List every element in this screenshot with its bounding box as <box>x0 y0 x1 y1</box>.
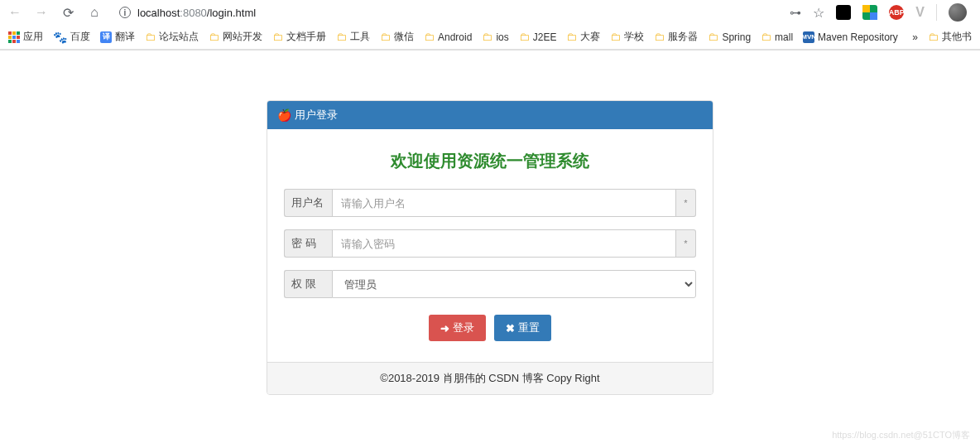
role-row: 权 限 管理员 <box>284 270 696 298</box>
role-label: 权 限 <box>284 270 332 298</box>
toolbar-divider <box>936 4 937 21</box>
browser-chrome: ← → ⟳ ⌂ i localhost:8080/login.html ⊶ ☆ … <box>0 0 980 51</box>
username-row: 用户名 * <box>284 189 696 217</box>
forum-bookmark[interactable]: 🗀论坛站点 <box>145 30 199 44</box>
reload-button[interactable]: ⟳ <box>60 5 76 21</box>
folder-icon: 🗀 <box>610 31 621 43</box>
j2ee-bookmark[interactable]: 🗀J2EE <box>519 31 557 43</box>
vue-devtools-icon[interactable]: V <box>915 5 925 20</box>
welcome-title: 欢迎使用资源统一管理系统 <box>284 150 696 172</box>
maven-bookmark[interactable]: MVNMaven Repository <box>803 31 898 43</box>
site-info-icon[interactable]: i <box>119 7 131 18</box>
webdev-bookmark[interactable]: 🗀网站开发 <box>209 30 262 44</box>
panel-header: 🍎 用户登录 <box>267 101 713 129</box>
panel-footer: ©2018-2019 肖朋伟的 CSDN 博客 Copy Right <box>267 362 713 394</box>
docs-bookmark[interactable]: 🗀文档手册 <box>272 30 326 44</box>
translate-bookmark[interactable]: 译 翻译 <box>100 30 135 44</box>
username-input[interactable] <box>332 189 676 217</box>
maven-icon: MVN <box>803 31 814 43</box>
reset-icon: ✖ <box>506 322 515 335</box>
toolbar-right: ⊶ ☆ ABP V <box>790 3 973 22</box>
panel-title: 用户登录 <box>295 108 338 123</box>
address-bar[interactable]: i localhost:8080/login.html <box>113 5 780 21</box>
username-label: 用户名 <box>284 189 332 217</box>
button-row: ➜ 登录 ✖ 重置 <box>284 315 696 341</box>
url-text: localhost:8080/login.html <box>137 7 256 19</box>
adblock-plus-icon[interactable]: ABP <box>889 5 904 20</box>
tools-bookmark[interactable]: 🗀工具 <box>336 30 370 44</box>
folder-icon: 🗀 <box>519 31 530 43</box>
folder-icon: 🗀 <box>424 31 435 43</box>
android-bookmark[interactable]: 🗀Android <box>424 31 472 43</box>
folder-icon: 🗀 <box>654 31 665 43</box>
wechat-bookmark[interactable]: 🗀微信 <box>380 30 414 44</box>
page-content: 🍎 用户登录 欢迎使用资源统一管理系统 用户名 * 密 码 * 权 限 管理员 <box>0 51 980 395</box>
translate-icon: 译 <box>100 31 112 43</box>
baidu-icon: 🐾 <box>53 31 67 44</box>
bookmarks-bar: 应用 🐾 百度 译 翻译 🗀论坛站点 🗀网站开发 🗀文档手册 🗀工具 🗀微信 🗀… <box>0 25 980 50</box>
folder-icon: 🗀 <box>209 31 219 43</box>
password-input[interactable] <box>332 229 676 258</box>
reset-button[interactable]: ✖ 重置 <box>494 315 551 341</box>
login-panel: 🍎 用户登录 欢迎使用资源统一管理系统 用户名 * 密 码 * 权 限 管理员 <box>267 100 713 395</box>
school-bookmark[interactable]: 🗀学校 <box>610 30 644 44</box>
profile-avatar[interactable] <box>949 3 967 22</box>
password-label: 密 码 <box>284 229 332 258</box>
server-bookmark[interactable]: 🗀服务器 <box>654 30 698 44</box>
folder-icon: 🗀 <box>336 31 347 43</box>
baidu-bookmark[interactable]: 🐾 百度 <box>53 30 90 44</box>
browser-nav-bar: ← → ⟳ ⌂ i localhost:8080/login.html ⊶ ☆ … <box>0 0 980 25</box>
bookmark-star-icon[interactable]: ☆ <box>813 5 824 21</box>
back-button[interactable]: ← <box>7 5 23 20</box>
spring-bookmark[interactable]: 🗀Spring <box>708 31 751 43</box>
extension-icon-1[interactable] <box>836 5 851 20</box>
login-icon: ➜ <box>440 322 449 335</box>
ios-bookmark[interactable]: 🗀ios <box>482 31 508 43</box>
home-button[interactable]: ⌂ <box>86 5 103 20</box>
extension-icon-2[interactable] <box>862 5 877 20</box>
folder-icon: 🗀 <box>145 31 156 43</box>
folder-icon: 🗀 <box>482 31 492 43</box>
password-required-addon: * <box>676 229 696 258</box>
folder-icon: 🗀 <box>708 31 718 43</box>
folder-icon: 🗀 <box>380 31 391 43</box>
mall-bookmark[interactable]: 🗀mall <box>761 31 793 43</box>
login-button[interactable]: ➜ 登录 <box>429 315 486 341</box>
folder-icon: 🗀 <box>566 31 577 43</box>
folder-icon: 🗀 <box>928 31 939 43</box>
folder-icon: 🗀 <box>761 31 771 43</box>
role-select[interactable]: 管理员 <box>332 270 696 298</box>
apps-bookmark[interactable]: 应用 <box>8 30 43 44</box>
panel-body: 欢迎使用资源统一管理系统 用户名 * 密 码 * 权 限 管理员 <box>267 129 713 362</box>
bookmarks-overflow[interactable]: » <box>912 31 918 43</box>
folder-icon: 🗀 <box>272 31 283 43</box>
otherbooks-bookmark[interactable]: 🗀其他书 <box>928 30 972 44</box>
apps-grid-icon <box>8 31 20 43</box>
password-key-icon[interactable]: ⊶ <box>790 6 801 19</box>
password-row: 密 码 * <box>284 229 696 258</box>
contest-bookmark[interactable]: 🗀大赛 <box>566 30 600 44</box>
apple-icon: 🍎 <box>277 108 291 122</box>
forward-button[interactable]: → <box>33 5 50 20</box>
username-required-addon: * <box>676 189 696 217</box>
